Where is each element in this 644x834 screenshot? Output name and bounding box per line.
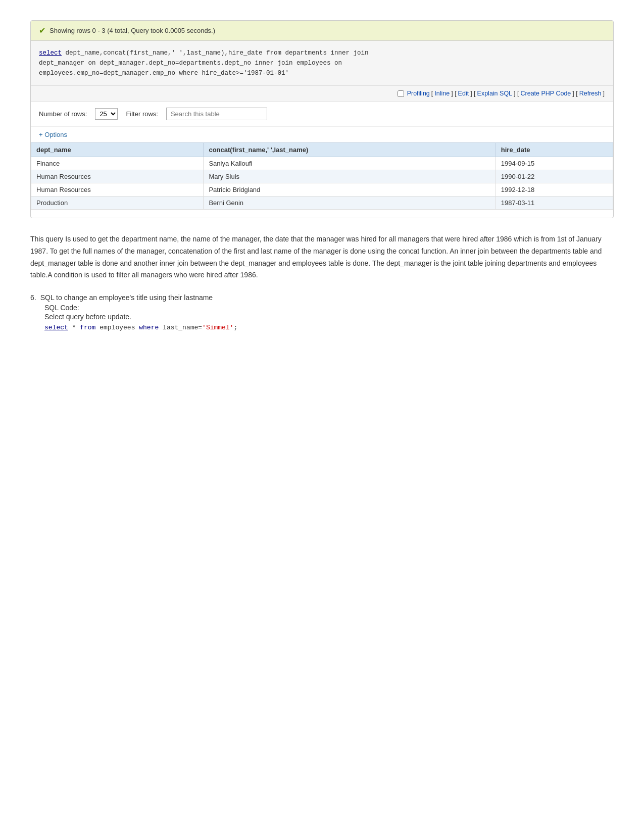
- sql-line1: dept_name,concat(first_name,' ',last_nam…: [62, 50, 369, 57]
- code-string-simmel: 'Simmel': [202, 324, 233, 331]
- table-cell: Human Resources: [31, 183, 204, 197]
- select-query-label: Select query before update.: [44, 313, 614, 321]
- table-cell: 1987-03-11: [496, 197, 613, 210]
- create-php-link[interactable]: Create PHP Code: [520, 90, 571, 97]
- table-cell: 1992-12-18: [496, 183, 613, 197]
- code-keyword-select: select: [44, 324, 68, 331]
- search-input[interactable]: [166, 108, 267, 120]
- query-toolbar: Profiling [ Inline ] [ Edit ] [ Explain …: [31, 86, 613, 102]
- controls-row: Number of rows: 25 Filter rows:: [31, 102, 613, 127]
- table-row: ProductionBerni Genin1987-03-11: [31, 197, 613, 210]
- code-rest1: *: [68, 324, 80, 331]
- explain-sql-link[interactable]: Explain SQL: [477, 90, 512, 97]
- options-toggle[interactable]: + Options: [39, 131, 67, 138]
- table-row: FinanceSaniya Kalloufi1994-09-15: [31, 157, 613, 170]
- refresh-link[interactable]: Refresh: [579, 90, 602, 97]
- description-paragraph: This query Is used to get the department…: [30, 233, 614, 281]
- rows-label: Number of rows:: [39, 110, 87, 118]
- sql-keyword-select: select: [39, 50, 62, 57]
- results-table: dept_name concat(first_name,' ',last_nam…: [31, 142, 613, 210]
- code-keyword-from: from: [80, 324, 95, 331]
- sql-line3: employees.emp_no=dept_manager.emp_no whe…: [39, 70, 289, 77]
- sql-code-block: select dept_name,concat(first_name,' ',l…: [39, 48, 605, 78]
- table-cell: Finance: [31, 157, 204, 170]
- code-end: ;: [234, 324, 238, 331]
- section-6-title: SQL to change an employee's title using …: [40, 293, 213, 302]
- status-text: Showing rows 0 - 3 (4 total, Query took …: [49, 27, 215, 34]
- section-number-6: 6.: [30, 293, 36, 302]
- table-cell: Mary Sluis: [204, 170, 496, 183]
- query-results-panel: ✔ Showing rows 0 - 3 (4 total, Query too…: [30, 20, 614, 218]
- check-icon: ✔: [39, 26, 45, 35]
- table-cell: Production: [31, 197, 204, 210]
- code-keyword-where: where: [139, 324, 159, 331]
- col-concat-name: concat(first_name,' ',last_name): [204, 143, 496, 157]
- code-block-6: select * from employees where last_name=…: [44, 323, 614, 333]
- table-cell: Human Resources: [31, 170, 204, 183]
- table-row: Human ResourcesPatricio Bridgland1992-12…: [31, 183, 613, 197]
- table-cell: 1994-09-15: [496, 157, 613, 170]
- edit-link[interactable]: Edit: [458, 90, 469, 97]
- col-hire-date: hire_date: [496, 143, 613, 157]
- code-rest2: employees: [95, 324, 139, 331]
- inline-link[interactable]: Inline: [434, 90, 450, 97]
- section-6: 6. SQL to change an employee's title usi…: [30, 293, 614, 333]
- options-row: + Options: [31, 127, 613, 142]
- sql-line2: dept_manager on dept_manager.dept_no=dep…: [39, 60, 342, 67]
- col-dept-name: dept_name: [31, 143, 204, 157]
- sql-code-label: SQL Code:: [44, 304, 614, 312]
- code-rest3: last_name=: [159, 324, 202, 331]
- table-cell: Patricio Bridgland: [204, 183, 496, 197]
- rows-per-page-select[interactable]: 25: [95, 108, 118, 120]
- filter-label: Filter rows:: [126, 110, 158, 118]
- table-cell: 1990-01-22: [496, 170, 613, 183]
- profiling-checkbox[interactable]: [398, 90, 404, 97]
- status-bar: ✔ Showing rows 0 - 3 (4 total, Query too…: [31, 21, 613, 41]
- profiling-link[interactable]: Profiling: [407, 90, 430, 97]
- table-cell: Berni Genin: [204, 197, 496, 210]
- sql-display: select dept_name,concat(first_name,' ',l…: [31, 41, 613, 86]
- table-header-row: dept_name concat(first_name,' ',last_nam…: [31, 143, 613, 157]
- table-row: Human ResourcesMary Sluis1990-01-22: [31, 170, 613, 183]
- table-cell: Saniya Kalloufi: [204, 157, 496, 170]
